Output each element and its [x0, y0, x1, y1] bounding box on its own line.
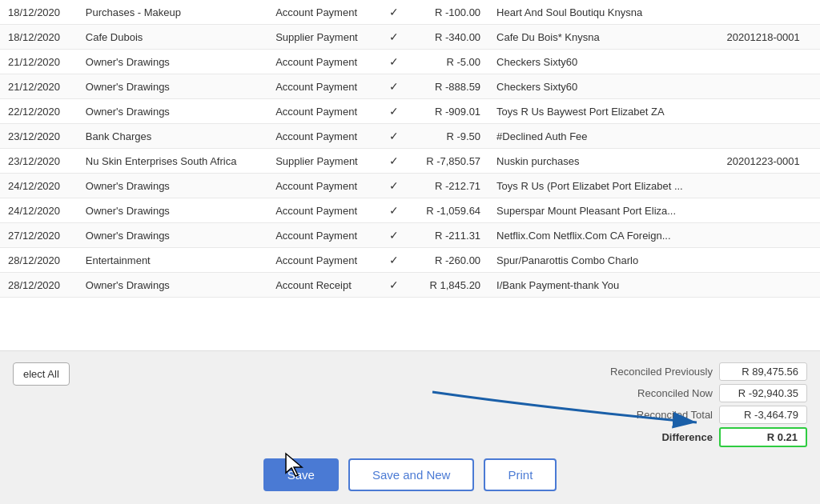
cell-reference: Checkers Sixty60 [488, 50, 718, 74]
cell-reference: Superspar Mount Pleasant Port Eliza... [488, 198, 718, 223]
cell-type: Account Payment [267, 0, 380, 25]
reconciled-now-value: R -92,940.35 [719, 384, 807, 402]
table-row: 21/12/2020 Owner's Drawings Account Paym… [0, 50, 820, 74]
cell-check[interactable]: ✓ [380, 248, 408, 273]
reconciled-total-row: Reconciled Total R -3,464.79 [535, 406, 807, 424]
footer-panel: elect All Reconciled Previously R 89,475… [0, 350, 820, 504]
cell-check[interactable]: ✓ [380, 124, 408, 149]
cell-check[interactable]: ✓ [380, 198, 408, 223]
table-row: 24/12/2020 Owner's Drawings Account Paym… [0, 198, 820, 223]
cell-reference: Nuskin purchases [488, 149, 718, 174]
cell-type: Account Payment [267, 124, 380, 149]
cell-type: Account Receipt [267, 273, 380, 298]
cell-date: 21/12/2020 [0, 50, 78, 74]
checkmark-icon: ✓ [389, 278, 399, 291]
cell-amount: R -340.00 [408, 25, 488, 50]
cell-amount: R -909.01 [408, 99, 488, 124]
checkmark-icon: ✓ [389, 130, 399, 142]
cell-reference: Spur/Panarottis Combo Charlo [488, 248, 718, 273]
cell-invoice [719, 50, 820, 74]
cell-check[interactable]: ✓ [380, 273, 408, 298]
table-row: 23/12/2020 Nu Skin Enterprises South Afr… [0, 149, 820, 174]
cell-check[interactable]: ✓ [380, 174, 408, 198]
print-button[interactable]: Print [484, 458, 557, 491]
cell-invoice [719, 223, 820, 248]
cell-type: Supplier Payment [267, 149, 380, 174]
cell-description: Purchases - Makeup [78, 0, 267, 25]
checkmark-icon: ✓ [389, 154, 399, 167]
cell-amount: R -260.00 [408, 248, 488, 273]
checkmark-icon: ✓ [389, 55, 399, 68]
cell-reference: Netflix.Com Netflix.Com CA Foreign... [488, 223, 718, 248]
reconciled-previously-value: R 89,475.56 [719, 362, 807, 381]
cell-date: 18/12/2020 [0, 0, 78, 25]
table-row: 18/12/2020 Cafe Dubois Supplier Payment … [0, 25, 820, 50]
cell-description: Owner's Drawings [78, 74, 267, 99]
cell-check[interactable]: ✓ [380, 99, 408, 124]
table-row: 23/12/2020 Bank Charges Account Payment … [0, 124, 820, 149]
cell-amount: R -888.59 [408, 74, 488, 99]
cell-description: Owner's Drawings [78, 99, 267, 124]
checkmark-icon: ✓ [389, 6, 399, 18]
cell-date: 28/12/2020 [0, 248, 78, 273]
cell-date: 18/12/2020 [0, 25, 78, 50]
cell-amount: R -100.00 [408, 0, 488, 25]
cell-description: Owner's Drawings [78, 50, 267, 74]
reconciled-previously-label: Reconciled Previously [585, 366, 713, 378]
cell-invoice [719, 174, 820, 198]
cell-type: Account Payment [267, 50, 380, 74]
cell-reference: #Declined Auth Fee [488, 124, 718, 149]
reconciled-total-label: Reconciled Total [585, 409, 713, 421]
table-row: 28/12/2020 Owner's Drawings Account Rece… [0, 273, 820, 298]
cell-invoice [719, 99, 820, 124]
table-row: 21/12/2020 Owner's Drawings Account Paym… [0, 74, 820, 99]
checkmark-icon: ✓ [389, 80, 399, 93]
checkmark-icon: ✓ [389, 30, 399, 43]
cell-type: Account Payment [267, 99, 380, 124]
cell-check[interactable]: ✓ [380, 25, 408, 50]
cell-type: Account Payment [267, 198, 380, 223]
difference-value: R 0.21 [719, 427, 807, 447]
cell-invoice: 20201218-0001 [719, 25, 820, 50]
cell-reference: Toys R Us Baywest Port Elizabet ZA [488, 99, 718, 124]
cell-type: Account Payment [267, 248, 380, 273]
cell-check[interactable]: ✓ [380, 149, 408, 174]
reconciled-previously-row: Reconciled Previously R 89,475.56 [535, 362, 807, 381]
cell-invoice [719, 124, 820, 149]
cell-date: 28/12/2020 [0, 273, 78, 298]
cell-check[interactable]: ✓ [380, 223, 408, 248]
cell-description: Cafe Dubois [78, 25, 267, 50]
cell-type: Account Payment [267, 223, 380, 248]
cell-date: 21/12/2020 [0, 74, 78, 99]
cell-reference: Heart And Soul Boutiqu Knysna [488, 0, 718, 25]
cell-invoice: 20201223-0001 [719, 149, 820, 174]
cell-date: 23/12/2020 [0, 124, 78, 149]
cell-amount: R -212.71 [408, 174, 488, 198]
cell-reference: Toys R Us (Port Elizabet Port Elizabet .… [488, 174, 718, 198]
cell-amount: R -5.00 [408, 50, 488, 74]
cell-type: Account Payment [267, 74, 380, 99]
cell-reference: I/Bank Payment-thank You [488, 273, 718, 298]
action-buttons: Save Save and New Print [13, 458, 807, 491]
cell-date: 23/12/2020 [0, 149, 78, 174]
cell-description: Owner's Drawings [78, 174, 267, 198]
cell-check[interactable]: ✓ [380, 74, 408, 99]
cell-amount: R -7,850.57 [408, 149, 488, 174]
cell-description: Owner's Drawings [78, 223, 267, 248]
save-and-new-button[interactable]: Save and New [348, 458, 475, 491]
checkmark-icon: ✓ [389, 105, 399, 118]
save-button[interactable]: Save [263, 458, 339, 491]
table-row: 27/12/2020 Owner's Drawings Account Paym… [0, 223, 820, 248]
cell-description: Owner's Drawings [78, 198, 267, 223]
cell-date: 24/12/2020 [0, 198, 78, 223]
cell-reference: Cafe Du Bois* Knysna [488, 25, 718, 50]
cell-amount: R -1,059.64 [408, 198, 488, 223]
cell-check[interactable]: ✓ [380, 0, 408, 25]
cell-invoice [719, 248, 820, 273]
checkmark-icon: ✓ [389, 229, 399, 242]
cell-invoice [719, 273, 820, 298]
difference-row: Difference R 0.21 [535, 427, 807, 447]
select-all-button[interactable]: elect All [13, 362, 70, 386]
cell-description: Owner's Drawings [78, 273, 267, 298]
cell-check[interactable]: ✓ [380, 50, 408, 74]
